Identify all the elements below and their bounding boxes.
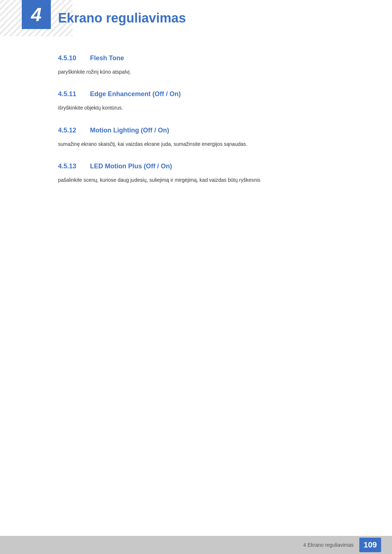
section-4510-title: Flesh Tone bbox=[90, 54, 124, 62]
section-4511-number: 4.5.11 bbox=[58, 90, 80, 98]
section-4512-title: Motion Lighting (Off / On) bbox=[90, 127, 169, 134]
section-4513-number: 4.5.13 bbox=[58, 163, 80, 170]
page-header: 4 Ekrano reguliavimas bbox=[0, 0, 392, 36]
section-4512-number: 4.5.12 bbox=[58, 127, 80, 134]
section-4513-body: pašalinkite scenų, kuriose daug judesių,… bbox=[58, 176, 334, 184]
page-footer: 4 Ekrano reguliavimas 109 bbox=[0, 536, 392, 554]
section-4511-title: Edge Enhancement (Off / On) bbox=[90, 90, 181, 98]
chapter-title: Ekrano reguliavimas bbox=[58, 11, 186, 26]
section-4510: 4.5.10 Flesh Tone paryškinkite rožinį kū… bbox=[58, 54, 334, 76]
section-4512-heading: 4.5.12 Motion Lighting (Off / On) bbox=[58, 127, 334, 134]
section-4513-heading: 4.5.13 LED Motion Plus (Off / On) bbox=[58, 163, 334, 170]
section-4510-heading: 4.5.10 Flesh Tone bbox=[58, 54, 334, 62]
section-4513-title: LED Motion Plus (Off / On) bbox=[90, 163, 172, 170]
section-4512: 4.5.12 Motion Lighting (Off / On) sumaži… bbox=[58, 127, 334, 148]
section-4510-body: paryškinkite rožinį kūno atspalvį. bbox=[58, 68, 334, 76]
chapter-number: 4 bbox=[31, 4, 42, 25]
section-4513: 4.5.13 LED Motion Plus (Off / On) pašali… bbox=[58, 163, 334, 184]
section-4510-number: 4.5.10 bbox=[58, 54, 80, 62]
footer-page-number: 109 bbox=[359, 538, 381, 552]
section-4512-body: sumažinę ekrano skaisčtį, kai vaizdas ek… bbox=[58, 140, 334, 148]
section-4511-heading: 4.5.11 Edge Enhancement (Off / On) bbox=[58, 90, 334, 98]
main-content: 4.5.10 Flesh Tone paryškinkite rožinį kū… bbox=[0, 36, 392, 235]
section-4511-body: išryškinkite objektų kontūrus. bbox=[58, 104, 334, 112]
section-4511: 4.5.11 Edge Enhancement (Off / On) išryš… bbox=[58, 90, 334, 112]
footer-text: 4 Ekrano reguliavimas bbox=[303, 542, 354, 548]
chapter-number-box: 4 bbox=[22, 0, 51, 29]
